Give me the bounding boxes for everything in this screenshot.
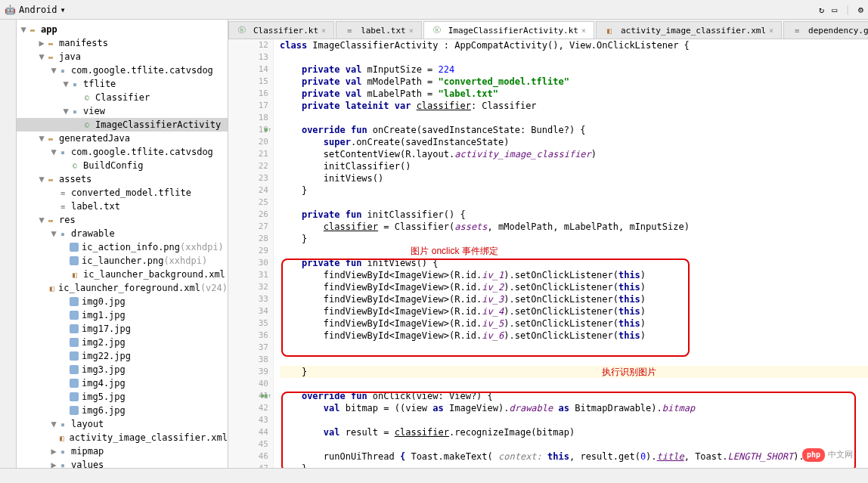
project-tree[interactable]: ▼▬app▶▬manifests▼▬java▼▪com.google.tflit… <box>17 20 228 468</box>
code-line[interactable] <box>280 112 868 124</box>
tree-item-ic-launcher-png[interactable]: ic_launcher.png (xxhdpi) <box>17 254 228 268</box>
tree-item-com-google-tflite-catvsdog[interactable]: ▼▪com.google.tflite.catvsdog <box>17 145 228 159</box>
tree-item-label-txt[interactable]: ≡label.txt <box>17 200 228 213</box>
tab-imageclassifieractivity-kt[interactable]: ⓚImageClassifierActivity.kt × <box>423 21 594 39</box>
code-line[interactable] <box>280 354 868 366</box>
code-line[interactable] <box>280 378 868 390</box>
code-line[interactable]: class ImageClassifierActivity : AppCompa… <box>280 39 868 51</box>
code-line[interactable]: private val mInputSize = 224 <box>280 63 868 76</box>
tree-item-img1-jpg[interactable]: img1.jpg <box>17 308 228 322</box>
tree-item-img17-jpg[interactable]: img17.jpg <box>17 322 228 336</box>
code-line[interactable] <box>280 414 868 426</box>
line-number: 39 <box>228 366 268 378</box>
tree-item-img22-jpg[interactable]: img22.jpg <box>17 349 228 363</box>
tree-item-ic-action-info-png[interactable]: ic_action_info.png (xxhdpi) <box>17 240 228 254</box>
code-line[interactable]: classifier = Classifier(assets, mModelPa… <box>280 221 868 233</box>
tree-item-com-google-tflite-catvsdog[interactable]: ▼▪com.google.tflite.catvsdog <box>17 63 228 77</box>
code-line[interactable]: override fun onCreate(savedInstanceState… <box>280 124 868 136</box>
code-line[interactable]: private fun initViews() { <box>280 257 868 269</box>
code-line[interactable]: findViewById<ImageView>(R.id.iv_1).setOn… <box>280 269 868 281</box>
tree-item-generatedjava[interactable]: ▼▬generatedJava <box>17 132 228 145</box>
tree-item-img0-jpg[interactable]: img0.jpg <box>17 295 228 308</box>
code-line[interactable]: setContentView(R.layout.activity_image_c… <box>280 148 868 160</box>
code-line[interactable] <box>280 438 868 450</box>
code-line[interactable]: findViewById<ImageView>(R.id.iv_2).setOn… <box>280 281 868 293</box>
code-line[interactable]: 图片 onclick 事件绑定 <box>280 245 868 257</box>
code-line[interactable] <box>280 197 868 209</box>
code-line[interactable]: runOnUiThread { Toast.makeText( context:… <box>280 450 868 463</box>
code-line[interactable]: findViewById<ImageView>(R.id.iv_5).setOn… <box>280 317 868 330</box>
code-line[interactable]: initClassifier() <box>280 160 868 172</box>
status-bar <box>0 468 868 483</box>
code-line[interactable]: findViewById<ImageView>(R.id.iv_3).setOn… <box>280 293 868 305</box>
tree-item-drawable[interactable]: ▼▪drawable <box>17 227 228 240</box>
tree-item-java[interactable]: ▼▬java <box>17 50 228 63</box>
tab-classifier-kt[interactable]: ⓚClassifier.kt × <box>228 21 334 39</box>
code-line[interactable]: super.onCreate(savedInstanceState) <box>280 136 868 148</box>
code-line[interactable]: private lateinit var classifier: Classif… <box>280 100 868 112</box>
class-icon: © <box>70 160 80 171</box>
tab-label-txt[interactable]: ≡label.txt × <box>336 21 422 39</box>
tree-item-imageclassifieractivity[interactable]: ©ImageClassifierActivity <box>17 118 228 132</box>
tree-item-mipmap[interactable]: ▶▪mipmap <box>17 444 228 458</box>
tab-activity-image-classifier-xml[interactable]: ◧activity_image_classifier.xml × <box>596 21 782 39</box>
toolbar: 🤖 Android ▾ ↻ ▭ | ⚙ <box>0 0 868 20</box>
code-line[interactable]: } <box>280 233 868 245</box>
tab-label: dependency.gradle <box>808 26 868 36</box>
tree-item-converted-model-tflite[interactable]: ≡converted_model.tflite <box>17 186 228 200</box>
tool-window-stripe[interactable] <box>0 20 17 468</box>
image-icon <box>70 338 79 347</box>
code-line[interactable]: initViews() <box>280 172 868 184</box>
tree-item-layout[interactable]: ▼▪layout <box>17 417 228 431</box>
tree-item-res[interactable]: ▼▬res <box>17 213 228 227</box>
tree-item-img3-jpg[interactable]: img3.jpg <box>17 363 228 376</box>
close-icon[interactable]: × <box>581 26 586 35</box>
line-number: 42 <box>228 402 268 414</box>
tree-item-img5-jpg[interactable]: img5.jpg <box>17 390 228 404</box>
folder-icon: ▬ <box>45 174 56 184</box>
run-config-selector[interactable]: 🤖 Android ▾ <box>5 5 66 15</box>
tree-item-img6-jpg[interactable]: img6.jpg <box>17 404 228 417</box>
chevron-down-icon: ▾ <box>60 5 66 15</box>
settings-icon[interactable]: ⚙ <box>858 5 863 15</box>
tree-item-tflite[interactable]: ▼▪tflite <box>17 77 228 91</box>
avd-icon[interactable]: ▭ <box>832 5 837 15</box>
tree-item-activity-image-classifier-xml[interactable]: ◧activity_image_classifier.xml <box>17 431 228 444</box>
tree-root[interactable]: ▼▬app <box>17 23 228 36</box>
code-line[interactable]: private val mLabelPath = "label.txt" <box>280 88 868 100</box>
code-line[interactable]: val result = classifier.recognizeImage(b… <box>280 426 868 438</box>
close-icon[interactable]: × <box>409 26 414 35</box>
code-content[interactable]: class ImageClassifierActivity : AppCompa… <box>274 39 868 468</box>
tree-item-buildconfig[interactable]: ©BuildConfig <box>17 159 228 172</box>
code-line[interactable]: } <box>280 184 868 197</box>
code-line[interactable]: private val mModelPath = "converted_mode… <box>280 76 868 88</box>
close-icon[interactable]: × <box>769 26 773 35</box>
tree-item-values[interactable]: ▶▪values <box>17 458 228 468</box>
line-number: 18 <box>228 112 268 124</box>
tree-item-assets[interactable]: ▼▬assets <box>17 172 228 186</box>
code-line[interactable] <box>280 342 868 354</box>
code-line[interactable]: findViewById<ImageView>(R.id.iv_4).setOn… <box>280 305 868 317</box>
line-number: 20 <box>228 136 268 148</box>
code-line[interactable]: override fun onClick(view: View?) { <box>280 390 868 402</box>
line-number: 34 <box>228 305 268 317</box>
tree-item-img4-jpg[interactable]: img4.jpg <box>17 376 228 390</box>
line-gutter: 1213141516171819●↑2021222324252627282930… <box>228 39 274 468</box>
tree-item-ic-launcher-background-xml[interactable]: ◧ic_launcher_background.xml <box>17 268 228 281</box>
code-line[interactable]: } 执行识别图片 <box>280 366 868 378</box>
tab-dependency-gradle[interactable]: ≡dependency.gradle × <box>783 21 868 39</box>
code-line[interactable]: val bitmap = ((view as ImageView).drawab… <box>280 402 868 414</box>
code-line[interactable] <box>280 51 868 63</box>
tree-item-view[interactable]: ▼▪view <box>17 104 228 118</box>
close-icon[interactable]: × <box>321 26 326 35</box>
tree-item-manifests[interactable]: ▶▬manifests <box>17 36 228 50</box>
tree-item-classifier[interactable]: ©Classifier <box>17 91 228 104</box>
tree-item-ic-launcher-foreground-xml[interactable]: ◧ic_launcher_foreground.xml (v24) <box>17 281 228 295</box>
code-editor[interactable]: 1213141516171819●↑2021222324252627282930… <box>228 39 868 468</box>
run-config-label: Android <box>19 5 57 15</box>
tree-item-img2-jpg[interactable]: img2.jpg <box>17 336 228 349</box>
code-line[interactable]: private fun initClassifier() { <box>280 209 868 221</box>
code-line[interactable]: findViewById<ImageView>(R.id.iv_6).setOn… <box>280 330 868 342</box>
sync-icon[interactable]: ↻ <box>819 5 824 15</box>
code-line[interactable]: } <box>280 463 868 468</box>
